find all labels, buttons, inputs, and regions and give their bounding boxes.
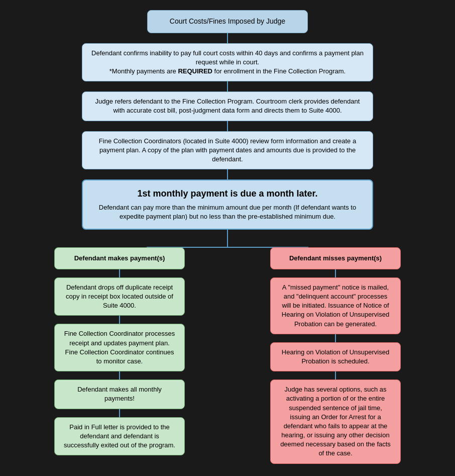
right-node2-text: Hearing on Violation of Unsupervised Pro… bbox=[282, 348, 389, 365]
branch-center-line bbox=[227, 230, 228, 247]
branch-connector bbox=[67, 230, 388, 247]
connector-4 bbox=[227, 169, 228, 179]
left-column: Defendant makes payment(s) Defendant dro… bbox=[42, 247, 197, 455]
left-conn-4 bbox=[119, 409, 120, 417]
title-node: Court Costs/Fines Imposed by Judge bbox=[147, 10, 308, 33]
right-node3-text: Judge has several options, such as activ… bbox=[280, 386, 391, 457]
split-columns: Defendant makes payment(s) Defendant dro… bbox=[7, 247, 448, 464]
right-header-node: Defendant misses payment(s) bbox=[270, 247, 401, 269]
right-node1-text: A "missed payment" notice is mailed, and… bbox=[282, 283, 389, 328]
right-column: Defendant misses payment(s) A "missed pa… bbox=[258, 247, 413, 464]
monthly-bold: 1st monthly payment is due a month later… bbox=[93, 187, 362, 200]
right-conn-2 bbox=[335, 334, 336, 342]
connector-3 bbox=[227, 121, 228, 131]
flowchart: Court Costs/Fines Imposed by Judge Defen… bbox=[7, 5, 448, 469]
node2-text: Judge refers defendant to the Fine Colle… bbox=[95, 98, 360, 114]
left-node1-text: Defendant drops off duplicate receipt co… bbox=[66, 283, 173, 309]
node-collection-coordinators: Fine Collection Coordinators (located in… bbox=[82, 131, 373, 170]
node-judge-refers: Judge refers defendant to the Fine Colle… bbox=[82, 91, 373, 121]
left-conn-1 bbox=[119, 269, 120, 277]
node-monthly-payment: 1st monthly payment is due a month later… bbox=[82, 179, 373, 230]
right-node-hearing: Hearing on Violation of Unsupervised Pro… bbox=[270, 342, 401, 371]
left-conn-2 bbox=[119, 316, 120, 324]
connector-2 bbox=[227, 81, 228, 91]
node1-text: Defendant confirms inability to pay full… bbox=[91, 49, 364, 75]
left-node2-text: Fine Collection Coordinator processes re… bbox=[64, 330, 175, 365]
connector-1 bbox=[227, 33, 228, 43]
left-node4-text: Paid in Full letter is provided to the d… bbox=[64, 423, 175, 449]
node-confirm-payment: Defendant confirms inability to pay full… bbox=[82, 43, 373, 82]
right-header-text: Defendant misses payment(s) bbox=[289, 254, 382, 262]
node3-text: Fine Collection Coordinators (located in… bbox=[99, 137, 356, 163]
left-header-text: Defendant makes payment(s) bbox=[74, 254, 165, 262]
monthly-body: Defendant can pay more than the minimum … bbox=[99, 204, 356, 220]
right-conn-3 bbox=[335, 371, 336, 379]
left-node3-text: Defendant makes all monthly payments! bbox=[77, 386, 162, 402]
right-node-judge-options: Judge has several options, such as activ… bbox=[270, 379, 401, 464]
left-node-receipt: Defendant drops off duplicate receipt co… bbox=[54, 277, 185, 316]
right-node-missed: A "missed payment" notice is mailed, and… bbox=[270, 277, 401, 334]
left-node-allpayments: Defendant makes all monthly payments! bbox=[54, 379, 185, 409]
left-conn-3 bbox=[119, 371, 120, 379]
title-text: Court Costs/Fines Imposed by Judge bbox=[170, 17, 285, 25]
right-conn-1 bbox=[335, 269, 336, 277]
left-header-node: Defendant makes payment(s) bbox=[54, 247, 185, 269]
left-node-paidfull: Paid in Full letter is provided to the d… bbox=[54, 417, 185, 456]
left-node-coordinator: Fine Collection Coordinator processes re… bbox=[54, 324, 185, 371]
